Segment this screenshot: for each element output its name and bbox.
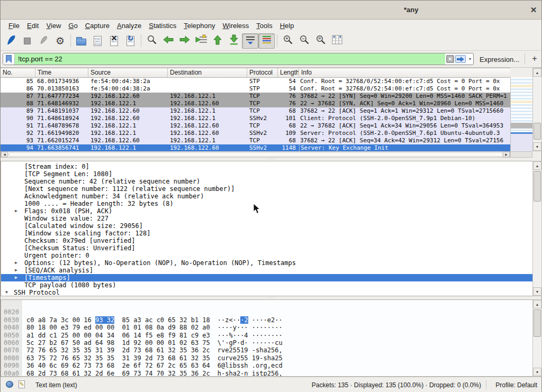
menu-item[interactable]: Wireless <box>219 21 253 31</box>
go-forward-button[interactable] <box>176 33 193 49</box>
packet-row[interactable]: 85 68.001734936 fe:54:00:d4:38:2a STP 54… <box>1 78 510 85</box>
restart-capture-button[interactable] <box>35 33 52 49</box>
detail-line[interactable]: [Window size scaling factor: 128] <box>1 230 532 237</box>
filter-value[interactable]: !tcp.port == 22 <box>15 53 445 65</box>
hex-row[interactable]: 0020 c0 a8 7a 3c 00 16 93 32 85 a3 ac c0… <box>1 301 532 308</box>
expert-info-icon[interactable] <box>6 381 13 388</box>
zoom-out-button[interactable]: − <box>296 33 312 49</box>
scroll-left-icon[interactable]: ◀ <box>1 152 8 157</box>
packet-row[interactable]: 88 71.648146932 192.168.122.1 192.168.12… <box>1 100 510 107</box>
expand-arrow-icon[interactable]: ▶ <box>15 259 17 267</box>
detail-line[interactable]: ▶ [Timestamps] <box>1 274 532 281</box>
scroll-up-icon[interactable]: ▲ <box>533 300 541 308</box>
packet-row[interactable]: 93 71.662015274 192.168.122.60 192.168.1… <box>1 137 510 144</box>
filter-clear-button[interactable]: ✕ <box>446 55 454 63</box>
detail-line[interactable]: 1000 .... = Header Length: 32 bytes (8) <box>1 200 532 207</box>
capture-options-button[interactable]: ⚙ <box>52 33 68 49</box>
detail-line[interactable]: ▶ [SEQ/ACK analysis] <box>1 267 532 274</box>
packet-row[interactable]: 86 70.013850163 fe:54:00:d4:38:2a STP 54… <box>1 85 510 93</box>
packet-row[interactable]: 87 71.647777234 192.168.122.60 192.168.1… <box>1 93 510 100</box>
detail-line[interactable]: ▶ Flags: 0x018 (PSH, ACK) <box>1 207 532 215</box>
hex-row[interactable]: 0060 72 76 65 32 35 35 31 39 2d 73 68 61… <box>1 332 532 339</box>
status-profile[interactable]: Profile: Default <box>495 381 537 389</box>
packet-row[interactable]: 94 71.663856741 192.168.122.1 192.168.12… <box>1 144 510 152</box>
packet-row[interactable]: 92 71.661949820 192.168.122.1 192.168.12… <box>1 130 510 137</box>
detail-line[interactable]: [Calculated window size: 29056] <box>1 222 532 230</box>
go-to-bottom-button[interactable] <box>225 33 242 49</box>
menu-item[interactable]: Capture <box>82 21 113 31</box>
detail-line[interactable]: Urgent pointer: 0 <box>1 252 532 259</box>
auto-scroll-toggle[interactable] <box>242 33 258 49</box>
detail-line[interactable]: Acknowledgment number: 34 (relative ack … <box>1 193 532 200</box>
packet-row[interactable]: 90 71.648618924 192.168.122.60 192.168.1… <box>1 115 510 122</box>
column-header[interactable]: No. <box>1 68 35 77</box>
packet-row[interactable]: 89 71.648191037 192.168.122.60 192.168.1… <box>1 107 510 115</box>
title-bar[interactable]: *any ✕ <box>1 1 541 20</box>
scroll-down-icon[interactable]: ▼ <box>533 287 541 296</box>
stop-capture-button[interactable] <box>19 33 35 49</box>
zoom-reset-button[interactable]: = <box>312 33 329 49</box>
hex-row[interactable]: 0090 68 2d 73 68 61 32 2d 6e 69 73 74 70… <box>1 354 532 362</box>
scrollbar-thumb[interactable] <box>534 309 541 337</box>
menu-item[interactable]: File <box>5 21 23 31</box>
hex-row[interactable]: 0050 5c 27 b2 67 50 ad 64 98 1d 92 00 00… <box>1 324 532 331</box>
packet-list-scrollbar[interactable]: ▲ ▼ <box>532 68 542 151</box>
resize-columns-button[interactable] <box>329 33 345 49</box>
detail-line[interactable]: Window size value: 227 <box>1 215 532 222</box>
expand-arrow-icon[interactable]: ▶ <box>15 267 17 274</box>
hex-row[interactable]: 0040 a1 dd c1 25 00 00 04 34 06 14 f5 e8… <box>1 316 532 324</box>
hex-row[interactable]: 0030 80 18 00 e3 79 ed 00 00 01 01 08 0a… <box>1 308 532 316</box>
filter-bookmark-button[interactable] <box>3 53 15 65</box>
column-header[interactable]: Protocol <box>247 68 278 77</box>
display-filter-input[interactable]: !tcp.port == 22 ✕ ▼ <box>3 53 474 65</box>
zoom-in-button[interactable]: + <box>279 33 296 49</box>
column-header[interactable]: Destination <box>168 68 247 77</box>
filter-apply-button[interactable] <box>455 55 466 63</box>
menu-item[interactable]: Telephony <box>180 21 219 31</box>
expand-arrow-icon[interactable]: ▶ <box>15 274 17 281</box>
scrollbar-thumb[interactable] <box>534 171 541 202</box>
scroll-up-icon[interactable]: ▲ <box>533 68 541 77</box>
detail-line[interactable]: ▼ SSH Protocol <box>1 289 532 296</box>
close-file-button[interactable]: 0101 1011 ✕ <box>106 33 122 49</box>
expand-arrow-icon[interactable]: ▼ <box>5 289 8 296</box>
packet-row[interactable]: 91 71.648789678 192.168.122.1 192.168.12… <box>1 122 510 130</box>
detail-line[interactable]: [Stream index: 0] <box>1 163 532 170</box>
open-file-button[interactable] <box>73 33 89 49</box>
scroll-right-icon[interactable]: ▶ <box>503 152 510 157</box>
detail-line[interactable]: [TCP Segment Len: 1080] <box>1 170 532 178</box>
capture-comment-icon[interactable]: ✎ <box>19 380 25 388</box>
go-to-top-button[interactable] <box>209 33 225 49</box>
hscrollbar-thumb[interactable] <box>8 152 503 157</box>
hex-row[interactable]: 0070 63 75 72 76 65 32 35 35 31 39 2d 73… <box>1 339 532 347</box>
menu-item[interactable]: View <box>42 21 65 31</box>
menu-item[interactable]: Edit <box>23 21 42 31</box>
add-filter-button[interactable]: + <box>529 53 540 65</box>
column-header[interactable]: Info <box>299 68 510 77</box>
detail-line[interactable]: [Checksum Status: Unverified] <box>1 244 532 252</box>
menu-item[interactable]: Help <box>276 21 298 31</box>
menu-item[interactable]: Tools <box>252 21 276 31</box>
close-icon[interactable]: ✕ <box>528 5 539 15</box>
detail-line[interactable]: [Next sequence number: 1122 (relative se… <box>1 185 532 193</box>
go-to-packet-button[interactable] <box>193 33 209 49</box>
menu-item[interactable]: Go <box>65 21 81 31</box>
menu-item[interactable]: Statistics <box>145 21 180 31</box>
hex-row[interactable]: 0080 36 40 6c 69 62 73 73 68 2e 6f 72 67… <box>1 347 532 354</box>
colorize-toggle[interactable] <box>258 33 275 49</box>
reload-file-button[interactable]: 0101 1011 ↻ <box>122 33 139 49</box>
scroll-up-icon[interactable]: ▲ <box>533 161 541 170</box>
scroll-down-icon[interactable]: ▼ <box>533 368 541 376</box>
details-scrollbar[interactable]: ▲ ▼ <box>532 161 542 296</box>
filter-history-dropdown[interactable]: ▼ <box>467 57 473 61</box>
column-header[interactable]: Source <box>88 68 168 77</box>
column-header[interactable]: Time <box>35 68 88 77</box>
start-capture-button[interactable] <box>3 33 19 49</box>
detail-line[interactable]: TCP payload (1080 bytes) <box>1 281 532 289</box>
scroll-down-icon[interactable]: ▼ <box>533 142 541 151</box>
scrollbar-thumb[interactable] <box>534 123 541 140</box>
expand-arrow-icon[interactable]: ▶ <box>15 207 17 215</box>
detail-line[interactable]: ▶ Options: (12 bytes), No-Operation (NOP… <box>1 259 532 267</box>
save-file-button[interactable]: 0101 1011 0110 <box>89 33 106 49</box>
hex-scrollbar[interactable]: ▲ ▼ <box>532 299 542 377</box>
